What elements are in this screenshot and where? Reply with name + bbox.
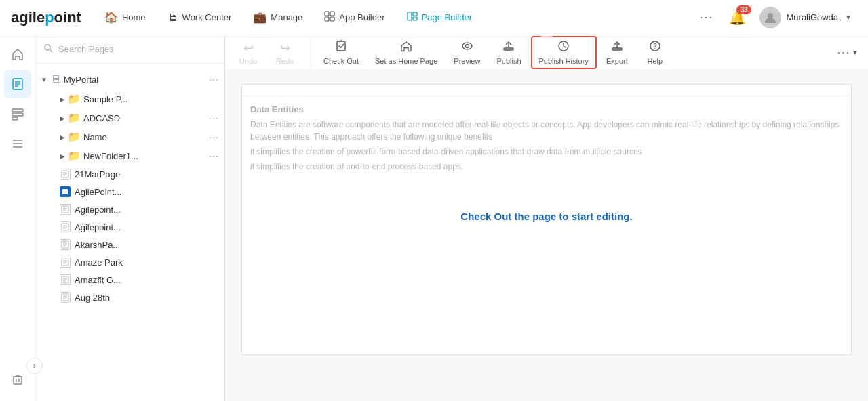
logo[interactable]: agilepoint bbox=[11, 9, 81, 26]
help-button[interactable]: ? Help bbox=[637, 37, 673, 68]
user-name: MuraliGowda bbox=[787, 12, 839, 22]
page-label: Agilepoint... bbox=[75, 222, 121, 232]
notification-button[interactable]: 🔔 33 bbox=[729, 9, 746, 26]
page-icon bbox=[60, 204, 71, 215]
page-label: AgilePoint... bbox=[75, 187, 121, 197]
pagebuilder-icon bbox=[407, 11, 418, 24]
notification-badge: 33 bbox=[736, 5, 751, 14]
svg-rect-0 bbox=[325, 12, 329, 16]
checkout-button[interactable]: Check Out bbox=[317, 37, 366, 68]
sidebar-icon-list[interactable] bbox=[4, 100, 31, 127]
nav-more-button[interactable]: ··· bbox=[692, 6, 720, 28]
tree-folder-name[interactable]: ▶ 📁 Name ··· bbox=[35, 127, 224, 146]
svg-point-7 bbox=[768, 13, 773, 18]
svg-point-52 bbox=[462, 43, 472, 49]
folder-label: ADCASD bbox=[83, 113, 206, 123]
page-item-amazepark[interactable]: Amaze Park bbox=[35, 253, 224, 271]
canvas-content: Data Entities Data Entities are software… bbox=[241, 84, 852, 355]
computer-icon: 🖥 bbox=[50, 73, 61, 85]
toolbar-undoredo-group: ↩ Undo ↪ Redo bbox=[231, 38, 311, 68]
toolbar: ▲ ↩ Undo ↪ Redo Check Out bbox=[225, 35, 868, 70]
sidebar-icon-pages[interactable] bbox=[4, 70, 31, 98]
page-canvas: Data Entities Data Entities are software… bbox=[225, 70, 868, 401]
page-icon bbox=[60, 169, 71, 180]
user-menu[interactable]: MuraliGowda ▼ bbox=[754, 4, 858, 31]
chevron-down-icon: ▼ bbox=[852, 49, 859, 56]
publish-icon bbox=[502, 40, 515, 56]
tree-root-more-button[interactable]: ··· bbox=[209, 74, 219, 85]
help-icon: ? bbox=[649, 40, 661, 56]
tree-folder-samplep[interactable]: ▶ 📁 Sample P... bbox=[35, 89, 224, 108]
homepage-icon bbox=[400, 40, 412, 56]
nav-appbuilder-label: App Builder bbox=[339, 12, 384, 22]
svg-line-22 bbox=[50, 50, 53, 53]
icon-sidebar: › bbox=[0, 35, 35, 401]
redo-button[interactable]: ↪ Redo bbox=[267, 38, 302, 68]
nav-appbuilder[interactable]: App Builder bbox=[315, 7, 394, 28]
svg-point-53 bbox=[465, 45, 469, 48]
top-nav: agilepoint 🏠 Home 🖥 Work Center 💼 Manage… bbox=[0, 0, 868, 35]
toolbar-more-button[interactable]: ··· ▼ bbox=[833, 44, 863, 62]
nav-pagebuilder[interactable]: Page Builder bbox=[397, 7, 481, 28]
set-homepage-button[interactable]: Set as Home Page bbox=[368, 37, 444, 68]
canvas-body: Data Entities Data Entities are software… bbox=[242, 96, 851, 184]
sidebar-icon-trash[interactable] bbox=[4, 366, 31, 393]
publish-history-icon bbox=[557, 40, 570, 56]
export-button[interactable]: Export bbox=[599, 37, 635, 68]
svg-rect-4 bbox=[408, 12, 412, 20]
nav-manage[interactable]: 💼 Manage bbox=[243, 7, 312, 28]
svg-rect-54 bbox=[504, 48, 513, 50]
nav-home[interactable]: 🏠 Home bbox=[95, 7, 155, 28]
page-icon bbox=[60, 221, 71, 232]
search-input[interactable] bbox=[58, 44, 216, 54]
sidebar-icon-home[interactable] bbox=[4, 41, 31, 68]
publish-button[interactable]: Publish bbox=[490, 37, 528, 68]
search-icon bbox=[43, 43, 53, 55]
canvas-section-title: Data Entities bbox=[250, 104, 843, 114]
tree-root-myportal[interactable]: ▼ 🖥 MyPortal ··· bbox=[35, 69, 224, 89]
tree-root-label: MyPortal bbox=[64, 75, 206, 85]
search-box bbox=[35, 35, 224, 64]
export-icon bbox=[611, 40, 623, 56]
folder-more-button[interactable]: ··· bbox=[209, 112, 219, 123]
nav-workcenter[interactable]: 🖥 Work Center bbox=[158, 7, 241, 28]
page-label: Amaze Park bbox=[75, 257, 123, 268]
manage-icon: 💼 bbox=[253, 11, 267, 24]
publish-history-button[interactable]: Publish History bbox=[531, 36, 597, 69]
folder-label: Sample P... bbox=[83, 94, 219, 104]
more-icon: ··· bbox=[837, 47, 850, 59]
sethomepage-label: Set as Home Page bbox=[375, 57, 437, 65]
folder-expand-icon: ▶ bbox=[60, 133, 65, 141]
page-item-amazfitg[interactable]: Amazfit G... bbox=[35, 271, 224, 289]
sidebar-icon-menu[interactable] bbox=[4, 130, 31, 157]
page-item-agilepoint2[interactable]: Agilepoint... bbox=[35, 200, 224, 218]
tree-folder-newfolder1[interactable]: ▶ 📁 NewFolder1... ··· bbox=[35, 146, 224, 165]
undo-icon: ↩ bbox=[243, 41, 254, 56]
folder-more-button[interactable]: ··· bbox=[209, 150, 219, 161]
svg-text:?: ? bbox=[653, 43, 657, 50]
page-item-akarshpa[interactable]: AkarshPa... bbox=[35, 236, 224, 253]
folder-more-button[interactable]: ··· bbox=[209, 131, 219, 142]
sidebar-expand-button[interactable]: › bbox=[26, 358, 43, 374]
checkout-message: Check Out the page to start editing. bbox=[242, 211, 851, 222]
page-item-21marpage[interactable]: 21MarPage bbox=[35, 165, 224, 183]
undo-button[interactable]: ↩ Undo bbox=[231, 38, 266, 68]
tree-folder-adcasd[interactable]: ▶ 📁 ADCASD ··· bbox=[35, 108, 224, 127]
page-item-aug28th[interactable]: Aug 28th bbox=[35, 289, 224, 306]
preview-button[interactable]: Preview bbox=[447, 37, 487, 68]
page-icon bbox=[60, 239, 71, 250]
redo-icon: ↪ bbox=[280, 41, 290, 56]
page-icon-active bbox=[60, 186, 71, 197]
page-icon bbox=[60, 274, 71, 285]
folder-icon: 📁 bbox=[68, 93, 81, 105]
chevron-down-icon: ▼ bbox=[845, 14, 852, 21]
checkout-icon bbox=[335, 40, 347, 56]
folder-label: Name bbox=[83, 132, 206, 142]
svg-rect-12 bbox=[12, 109, 23, 112]
nav-workcenter-label: Work Center bbox=[182, 12, 232, 22]
undo-label: Undo bbox=[239, 57, 257, 65]
export-label: Export bbox=[606, 57, 628, 65]
page-item-agilepoint3[interactable]: Agilepoint... bbox=[35, 218, 224, 236]
page-label: AkarshPa... bbox=[75, 240, 120, 250]
page-item-agilepoint1[interactable]: AgilePoint... bbox=[35, 183, 224, 200]
